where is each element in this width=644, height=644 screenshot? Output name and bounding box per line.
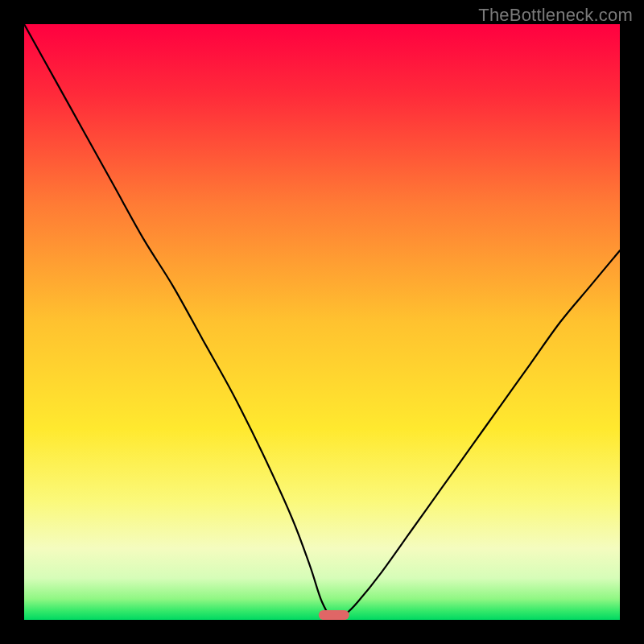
chart-frame: TheBottleneck.com: [0, 0, 644, 644]
chart-plot-area: [24, 24, 620, 620]
chart-svg: [24, 24, 620, 620]
minimum-marker: [319, 610, 349, 620]
gradient-background: [24, 24, 620, 620]
watermark-text: TheBottleneck.com: [478, 5, 633, 26]
